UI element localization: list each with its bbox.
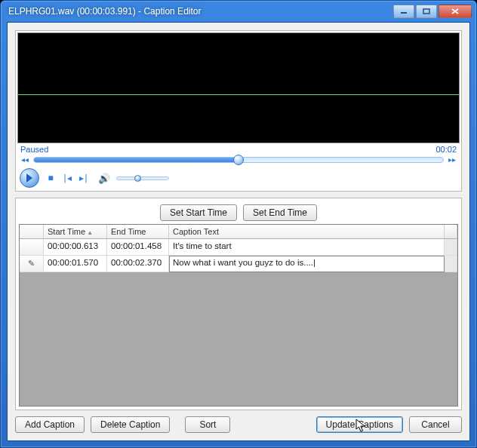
maximize-button[interactable] — [416, 5, 437, 18]
waveform-line — [18, 94, 459, 95]
client-area: Paused 00:02 ◂◂ ▸▸ ■ ∣◂ ▸∣ 🔊 — [7, 22, 470, 441]
playback-status: Paused — [20, 145, 48, 154]
table-row[interactable]: 00:00:00.613 00:00:01.458 It's time to s… — [20, 239, 457, 256]
pencil-icon: ✎ — [28, 259, 35, 268]
caption-panel: Set Start Time Set End Time Start Time E… — [15, 198, 462, 410]
seek-back-icon[interactable]: ◂◂ — [20, 155, 30, 164]
playback-elapsed: 00:02 — [435, 145, 457, 154]
cell-caption-text[interactable]: It's time to start — [169, 239, 445, 256]
seek-slider[interactable] — [33, 157, 444, 163]
add-caption-button[interactable]: Add Caption — [15, 416, 85, 433]
close-button[interactable] — [439, 5, 472, 18]
seek-fill — [34, 158, 238, 162]
next-button[interactable]: ▸∣ — [78, 173, 89, 183]
footer-buttons: Add Caption Delete Caption Sort Update C… — [15, 416, 462, 433]
grid-body: 00:00:00.613 00:00:01.458 It's time to s… — [20, 239, 457, 272]
header-indicator[interactable] — [20, 225, 44, 238]
set-end-time-button[interactable]: Set End Time — [243, 204, 317, 221]
set-start-time-button[interactable]: Set Start Time — [160, 204, 237, 221]
volume-icon[interactable]: 🔊 — [98, 173, 110, 184]
media-panel: Paused 00:02 ◂◂ ▸▸ ■ ∣◂ ▸∣ 🔊 — [15, 30, 462, 192]
cancel-button[interactable]: Cancel — [409, 416, 462, 433]
volume-thumb[interactable] — [134, 175, 141, 182]
stop-button[interactable]: ■ — [45, 173, 56, 183]
cell-start-time[interactable]: 00:00:00.613 — [44, 239, 107, 256]
table-row[interactable]: ✎ 00:00:01.570 00:00:02.370 Now what i w… — [20, 256, 457, 272]
svg-rect-0 — [401, 12, 407, 14]
header-end-time[interactable]: End Time — [107, 225, 169, 238]
cell-start-time[interactable]: 00:00:01.570 — [44, 256, 107, 272]
header-caption-text[interactable]: Caption Text — [169, 225, 445, 238]
titlebar[interactable]: ELPHRG01.wav (00:00:03.991) - Caption Ed… — [1, 1, 476, 22]
minimize-button[interactable] — [393, 5, 414, 18]
cell-caption-text[interactable]: Now what i want you guyz to do is....| — [169, 256, 445, 272]
play-button[interactable] — [20, 168, 39, 188]
cell-end-time[interactable]: 00:00:02.370 — [107, 256, 169, 272]
scrollbar-gutter — [445, 256, 457, 272]
scrollbar-gutter — [445, 239, 457, 256]
header-scroll-gutter — [445, 225, 457, 238]
grid-header: Start Time End Time Caption Text — [20, 225, 457, 239]
window-frame: ELPHRG01.wav (00:00:03.991) - Caption Ed… — [0, 0, 477, 448]
video-preview[interactable] — [17, 32, 460, 143]
delete-caption-button[interactable]: Delete Caption — [91, 416, 170, 433]
svg-rect-1 — [423, 9, 429, 14]
prev-button[interactable]: ∣◂ — [62, 173, 72, 183]
volume-slider[interactable] — [116, 176, 169, 180]
caption-grid[interactable]: Start Time End Time Caption Text 00:00:0… — [19, 224, 458, 407]
row-indicator — [20, 239, 44, 256]
update-captions-button[interactable]: Update Captions — [316, 416, 403, 433]
sort-button[interactable]: Sort — [185, 416, 230, 433]
window-title: ELPHRG01.wav (00:00:03.991) - Caption Ed… — [5, 6, 392, 17]
cell-end-time[interactable]: 00:00:01.458 — [107, 239, 169, 256]
header-start-time[interactable]: Start Time — [44, 225, 107, 238]
seek-forward-icon[interactable]: ▸▸ — [447, 155, 457, 164]
seek-thumb[interactable] — [233, 155, 244, 165]
row-indicator: ✎ — [20, 256, 44, 272]
